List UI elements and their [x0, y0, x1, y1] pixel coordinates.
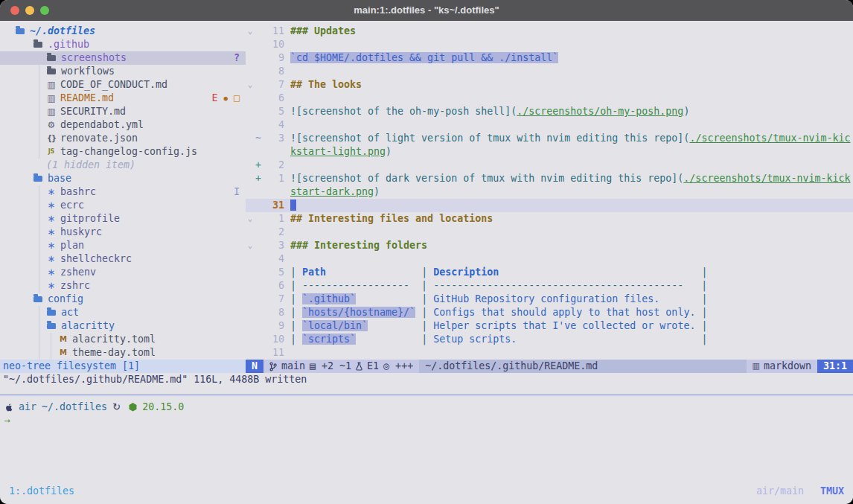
editor-line[interactable]: 2	[246, 226, 853, 239]
editor-line[interactable]: ⌄3### Interesting folders	[246, 239, 853, 252]
tree-item-renovate.json[interactable]: {}renovate.json	[0, 132, 246, 145]
star-file-icon: ∗	[46, 199, 57, 212]
syntax-segment	[356, 334, 415, 345]
editor-line[interactable]: ⌄11### Updates	[246, 25, 853, 38]
tree-item-alacritty[interactable]: alacritty	[0, 319, 246, 333]
tree-item-theme-day.toml[interactable]: Mtheme-day.toml	[0, 346, 246, 360]
editor-line[interactable]: 5| Path | Description |	[246, 266, 853, 279]
toml-file-icon: M	[58, 346, 68, 360]
tree-item-ecrc[interactable]: ∗ecrc	[0, 199, 246, 212]
syntax-segment: ./screenshots/oh-my-posh.png	[517, 106, 683, 117]
filetype-segment: ▥ markdown	[747, 360, 817, 373]
editor-line[interactable]: 5![screenshot of the oh-my-posh shell](.…	[246, 105, 853, 118]
tree-item--1-hidden-item-[interactable]: (1 hidden item)	[0, 159, 246, 172]
tree-item-label: tag-changelog-config.js	[60, 145, 197, 159]
line-text: | `.github` | GitHub Repository configur…	[290, 293, 853, 306]
tree-item-plan[interactable]: ∗plan	[0, 239, 246, 252]
tree-item-.github[interactable]: .github	[0, 38, 246, 51]
star-file-icon: ∗	[46, 266, 57, 279]
editor-line[interactable]: 10	[246, 38, 853, 51]
editor-line[interactable]: 4	[246, 252, 853, 266]
editor-line[interactable]: 31	[246, 199, 853, 212]
editor-line[interactable]: +2	[246, 159, 853, 172]
line-text	[290, 346, 853, 360]
tree-item-label: CODE_OF_CONDUCT.md	[60, 78, 167, 92]
editor-line[interactable]: kstart-light.png)	[246, 145, 853, 159]
editor-line[interactable]: +1![screenshot of dark version of tmux w…	[246, 172, 853, 185]
shell-prompt[interactable]: air ~/.dotfiles ↻ 20.15.0	[0, 401, 853, 414]
syntax-segment: ./screenshots/tmux-nvim-kic	[689, 133, 850, 144]
syntax-segment: |	[290, 307, 302, 318]
tree-item-workflows[interactable]: workflows	[0, 65, 246, 78]
editor-line[interactable]: 6	[246, 92, 853, 105]
fold-marker-icon[interactable]: ⌄	[246, 25, 255, 38]
prompt-arrow[interactable]: →	[0, 414, 853, 427]
folder-icon	[47, 310, 56, 316]
syntax-segment: |	[290, 267, 302, 278]
tmux-pane-border[interactable]	[0, 395, 853, 395]
tree-item-label: screenshots	[61, 51, 127, 65]
editor-line[interactable]: ⌄7## The looks	[246, 78, 853, 92]
terminal-window: main:1:.dotfiles - "ks~/.dotfiles" ~/.do…	[0, 0, 853, 504]
line-number: 9	[262, 51, 284, 65]
tree-item-zshrc[interactable]: ∗zshrc	[0, 279, 246, 293]
tree-item-base[interactable]: base	[0, 172, 246, 185]
syntax-segment: )	[386, 146, 392, 157]
star-file-icon: ∗	[46, 212, 57, 226]
fold-column	[246, 266, 255, 279]
fold-column	[246, 306, 255, 319]
syntax-segment: ## Interesting files and locations	[290, 213, 493, 224]
editor-line[interactable]: ~3![screenshot of light version of tmux …	[246, 132, 853, 145]
syntax-segment: ./screenshots/tmux-nvim-kick	[683, 173, 850, 184]
folder-icon	[47, 323, 56, 329]
tree-item-huskyrc[interactable]: ∗huskyrc	[0, 226, 246, 239]
tree-item-dependabot.yml[interactable]: ⚙dependabot.yml	[0, 118, 246, 132]
tree-guide	[51, 333, 51, 360]
tree-item-bashrc[interactable]: ∗bashrcI	[0, 185, 246, 199]
tree-item---.dotfiles[interactable]: ~/.dotfiles	[0, 25, 246, 38]
tmux-session-name: air/main	[756, 485, 804, 498]
syntax-segment: |	[415, 293, 433, 304]
editor-line[interactable]: 9`cd $HOME/.dotfiles && git pull && ./in…	[246, 51, 853, 65]
tree-item-alacritty.toml[interactable]: Malacritty.toml	[0, 333, 246, 346]
tree-item-label: config	[48, 293, 83, 306]
tree-item-gitprofile[interactable]: ∗gitprofile	[0, 212, 246, 226]
syntax-segment: |	[695, 307, 707, 318]
editor-line[interactable]: 8| `hosts/{hostname}/` | Configs that sh…	[246, 306, 853, 319]
git-sign-column	[255, 51, 262, 65]
editor-line[interactable]: 4	[246, 118, 853, 132]
tree-item-label: alacritty	[61, 319, 115, 333]
line-number: 8	[262, 65, 284, 78]
tree-item-screenshots[interactable]: screenshots?	[0, 51, 246, 65]
editor-line[interactable]: 6| ------------------ | ----------------…	[246, 279, 853, 293]
gutter-gap	[284, 65, 290, 78]
tree-item-zshenv[interactable]: ∗zshenv	[0, 266, 246, 279]
fold-column	[246, 51, 255, 65]
tmux-window-tab[interactable]: 1:.dotfiles	[9, 485, 74, 498]
tree-item-act[interactable]: act	[0, 306, 246, 319]
tree-item-code-of-conduct.md[interactable]: ▥CODE_OF_CONDUCT.md	[0, 78, 246, 92]
cursor-position: 31:1	[817, 360, 853, 373]
editor-line[interactable]: start-dark.png)	[246, 185, 853, 199]
tree-item-shellcheckrc[interactable]: ∗shellcheckrc	[0, 252, 246, 266]
line-number	[262, 145, 284, 159]
git-branch: main	[281, 360, 305, 373]
tree-item-config[interactable]: config	[0, 293, 246, 306]
editor-line[interactable]: 10| `scripts` | Setup scripts. |	[246, 333, 853, 346]
tree-item-tag-changelog-config.js[interactable]: JStag-changelog-config.js	[0, 145, 246, 159]
editor-line[interactable]: 11	[246, 346, 853, 360]
editor-line[interactable]: 8	[246, 65, 853, 78]
tree-item-readme.md[interactable]: ▥README.mdE●□	[0, 92, 246, 105]
editor-line[interactable]: 7| `.github` | GitHub Repository configu…	[246, 293, 853, 306]
line-number: 9	[262, 319, 284, 333]
apple-icon	[4, 403, 13, 412]
editor-line[interactable]: 9| `local/bin` | Helper scripts that I'v…	[246, 319, 853, 333]
fold-marker-icon[interactable]: ⌄	[246, 212, 255, 226]
fold-column	[246, 132, 255, 145]
editor-line[interactable]: ⌄1## Interesting files and locations	[246, 212, 853, 226]
tree-item-label: gitprofile	[60, 212, 120, 226]
tree-item-security.md[interactable]: ▥SECURITY.md	[0, 105, 246, 118]
fold-marker-icon[interactable]: ⌄	[246, 239, 255, 252]
md-file-icon: ▥	[46, 78, 57, 92]
fold-marker-icon[interactable]: ⌄	[246, 78, 255, 92]
